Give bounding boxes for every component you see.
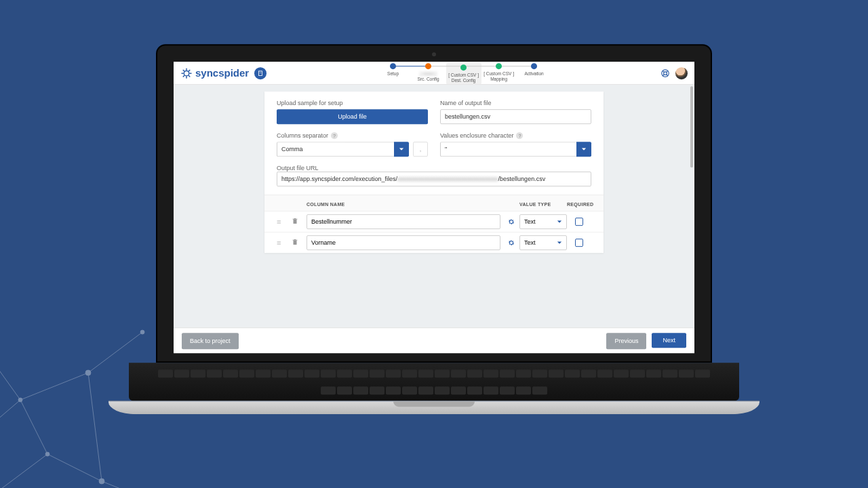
app-badge-icon[interactable] [254, 67, 267, 79]
table-row: ≡ Text [264, 211, 604, 232]
help-icon[interactable] [660, 68, 670, 78]
svg-point-13 [18, 398, 22, 402]
output-url-field[interactable]: https://app.syncspider.com/execution_fil… [277, 171, 591, 186]
required-checkbox[interactable] [575, 239, 583, 247]
svg-point-14 [85, 370, 91, 375]
svg-line-6 [0, 352, 20, 400]
header-column-name: COLUMN NAME [307, 202, 503, 207]
step-activation[interactable]: Activation [517, 64, 552, 77]
footer-bar: Back to project Previous Next [174, 327, 694, 353]
drag-handle-icon[interactable]: ≡ [277, 239, 292, 247]
topbar: syncspider Setup [ xxxxx ]Src. Config [174, 62, 694, 85]
brand-name: syncspider [195, 67, 249, 79]
drag-handle-icon[interactable]: ≡ [277, 218, 292, 226]
app-screen: syncspider Setup [ xxxxx ]Src. Config [174, 62, 694, 353]
svg-line-1 [47, 454, 102, 481]
value-type-select[interactable]: Text [519, 235, 567, 250]
svg-line-4 [88, 373, 102, 481]
chevron-down-icon [557, 240, 562, 245]
delete-icon[interactable] [292, 218, 307, 226]
svg-line-26 [667, 74, 668, 75]
laptop-keyboard [129, 363, 739, 401]
column-name-input[interactable] [307, 214, 500, 229]
svg-point-12 [99, 479, 104, 484]
header-value-type: VALUE TYPE [519, 202, 567, 207]
step-setup[interactable]: Setup [376, 64, 411, 77]
next-button[interactable]: Next [652, 333, 686, 348]
table-row: ≡ Text [264, 232, 604, 253]
back-to-project-button[interactable]: Back to project [182, 333, 239, 349]
svg-line-27 [663, 74, 664, 75]
camera-dot [432, 52, 436, 56]
chevron-down-icon[interactable] [576, 142, 591, 157]
separator-select[interactable] [277, 142, 394, 157]
column-name-input[interactable] [307, 235, 500, 250]
separator-label: Columns separator ? [277, 132, 428, 139]
svg-point-11 [45, 452, 50, 456]
user-avatar[interactable] [675, 67, 688, 79]
svg-line-5 [102, 481, 170, 488]
config-card: Upload sample for setup Upload file Name… [264, 92, 604, 253]
output-name-input[interactable] [440, 109, 591, 124]
table-header: COLUMN NAME VALUE TYPE REQUIRED [264, 195, 604, 211]
svg-line-28 [667, 70, 668, 72]
upload-file-button[interactable]: Upload file [277, 109, 428, 124]
scrollbar[interactable] [690, 86, 693, 167]
gear-icon[interactable] [503, 239, 519, 247]
help-icon[interactable]: ? [516, 132, 523, 139]
laptop-base [108, 401, 760, 414]
svg-line-3 [20, 373, 88, 400]
output-name-label: Name of output file [440, 100, 591, 106]
required-checkbox[interactable] [575, 218, 583, 226]
brand-logo[interactable]: syncspider [180, 67, 249, 79]
header-required: REQUIRED [567, 202, 591, 207]
content-area: Upload sample for setup Upload file Name… [174, 85, 694, 327]
previous-button[interactable]: Previous [606, 333, 646, 349]
wizard-stepper: Setup [ xxxxx ]Src. Config [ Custom CSV … [272, 64, 655, 84]
svg-line-9 [0, 400, 20, 441]
svg-point-19 [184, 70, 189, 76]
delete-icon[interactable] [292, 239, 307, 247]
chevron-down-icon[interactable] [394, 142, 409, 157]
separator-char-box: , [413, 142, 428, 157]
url-label: Output file URL [277, 165, 591, 171]
enclosure-label: Values enclosure character ? [440, 132, 591, 139]
columns-table: COLUMN NAME VALUE TYPE REQUIRED ≡ Text [264, 195, 604, 253]
svg-line-0 [0, 454, 47, 488]
gear-icon[interactable] [503, 218, 519, 226]
svg-point-24 [664, 71, 667, 75]
upload-label: Upload sample for setup [277, 100, 428, 106]
value-type-select[interactable]: Text [519, 214, 567, 229]
help-icon[interactable]: ? [331, 132, 338, 139]
enclosure-select[interactable] [440, 142, 576, 157]
svg-point-17 [140, 330, 144, 334]
laptop-frame: syncspider Setup [ xxxxx ]Src. Config [156, 44, 712, 414]
svg-line-2 [20, 400, 47, 454]
svg-line-25 [663, 70, 664, 72]
spider-icon [180, 67, 193, 79]
chevron-down-icon [557, 219, 562, 224]
